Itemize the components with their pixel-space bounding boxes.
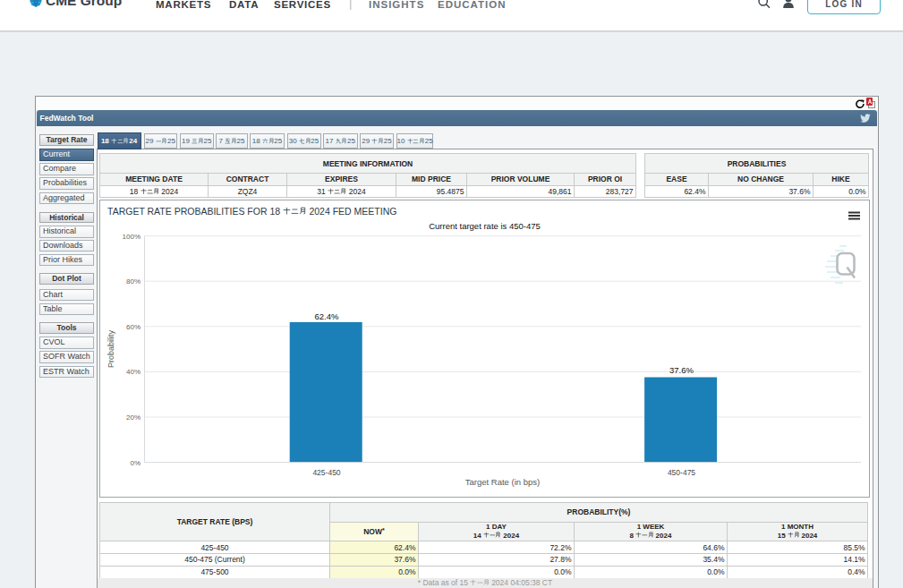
svg-text:Target Rate (in bps): Target Rate (in bps) (465, 477, 540, 487)
svg-text:40%: 40% (126, 368, 141, 376)
svg-text:60%: 60% (126, 323, 141, 331)
svg-text:20%: 20% (126, 413, 141, 422)
svg-text:62.4%: 62.4% (315, 311, 339, 321)
svg-text:37.6%: 37.6% (669, 365, 694, 375)
svg-text:80%: 80% (126, 277, 141, 285)
svg-text:425-450: 425-450 (312, 468, 340, 477)
svg-text:450-475: 450-475 (668, 468, 695, 477)
svg-text:0%: 0% (130, 459, 141, 467)
svg-text:Probability: Probability (106, 329, 115, 368)
svg-text:100%: 100% (123, 233, 141, 241)
